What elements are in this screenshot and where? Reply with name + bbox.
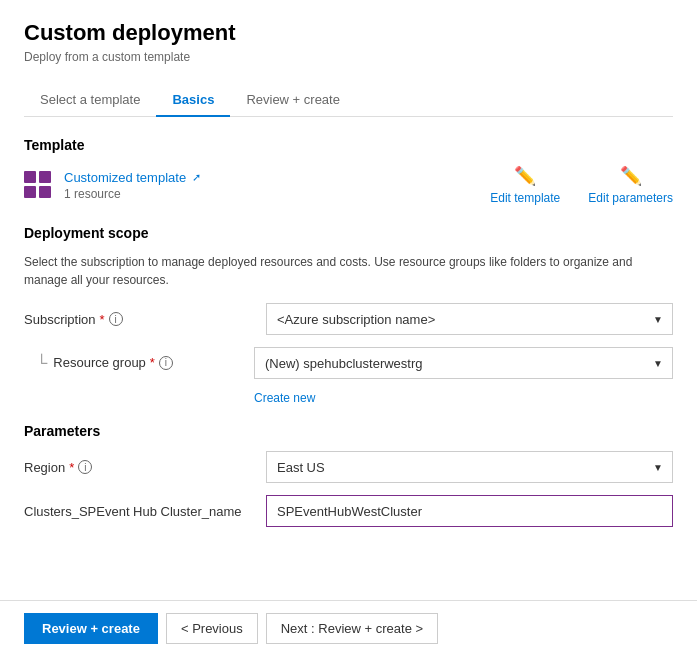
cluster-name-input-wrapper	[266, 495, 673, 527]
region-select[interactable]: East US	[266, 451, 673, 483]
template-actions: ✏️ Edit template ✏️ Edit parameters	[490, 165, 673, 205]
region-required: *	[69, 460, 74, 475]
deployment-scope-section: Deployment scope Select the subscription…	[24, 225, 673, 405]
subscription-select-wrapper: <Azure subscription name> ▼	[266, 303, 673, 335]
template-area: Customized template ➚ 1 resource ✏️ Edit…	[24, 165, 673, 205]
template-link[interactable]: Customized template ➚	[64, 170, 201, 185]
tab-review-create[interactable]: Review + create	[230, 84, 356, 117]
subscription-row: Subscription * i <Azure subscription nam…	[24, 303, 673, 335]
subscription-label: Subscription * i	[24, 312, 254, 327]
page-subtitle: Deploy from a custom template	[24, 50, 673, 64]
pencil-icon-2: ✏️	[620, 165, 642, 187]
template-section-label: Template	[24, 137, 673, 153]
pencil-icon: ✏️	[514, 165, 536, 187]
template-icon	[24, 171, 52, 199]
template-text-block: Customized template ➚ 1 resource	[64, 170, 201, 201]
cluster-name-label: Clusters_SPEvent Hub Cluster_name	[24, 504, 254, 519]
resource-group-label: Resource group * i	[53, 355, 173, 370]
review-create-button[interactable]: Review + create	[24, 613, 158, 644]
template-resources: 1 resource	[64, 187, 201, 201]
cluster-name-input[interactable]	[266, 495, 673, 527]
region-info-icon[interactable]: i	[78, 460, 92, 474]
subscription-select[interactable]: <Azure subscription name>	[266, 303, 673, 335]
create-new-link[interactable]: Create new	[254, 391, 673, 405]
resource-group-required: *	[150, 355, 155, 370]
parameters-section: Parameters Region * i East US ▼ Clusters…	[24, 423, 673, 527]
edit-template-button[interactable]: ✏️ Edit template	[490, 165, 560, 205]
previous-button[interactable]: < Previous	[166, 613, 258, 644]
parameters-label: Parameters	[24, 423, 673, 439]
scope-description: Select the subscription to manage deploy…	[24, 253, 673, 289]
tab-bar: Select a template Basics Review + create	[24, 84, 673, 117]
resource-group-row: └ Resource group * i (New) spehubcluster…	[24, 347, 673, 379]
subscription-required: *	[100, 312, 105, 327]
footer: Review + create < Previous Next : Review…	[0, 601, 697, 656]
external-link-icon: ➚	[192, 171, 201, 184]
resource-group-select-wrapper: (New) spehubclusterwestrg ▼	[254, 347, 673, 379]
page-title: Custom deployment	[24, 20, 673, 46]
resource-group-info-icon[interactable]: i	[159, 356, 173, 370]
cluster-name-row: Clusters_SPEvent Hub Cluster_name	[24, 495, 673, 527]
tab-basics[interactable]: Basics	[156, 84, 230, 117]
edit-parameters-button[interactable]: ✏️ Edit parameters	[588, 165, 673, 205]
subscription-info-icon[interactable]: i	[109, 312, 123, 326]
tab-select-template[interactable]: Select a template	[24, 84, 156, 117]
resource-group-select[interactable]: (New) spehubclusterwestrg	[254, 347, 673, 379]
region-row: Region * i East US ▼	[24, 451, 673, 483]
template-info: Customized template ➚ 1 resource	[24, 170, 201, 201]
region-select-wrapper: East US ▼	[266, 451, 673, 483]
deployment-scope-label: Deployment scope	[24, 225, 673, 241]
next-button[interactable]: Next : Review + create >	[266, 613, 438, 644]
region-label: Region * i	[24, 460, 254, 475]
